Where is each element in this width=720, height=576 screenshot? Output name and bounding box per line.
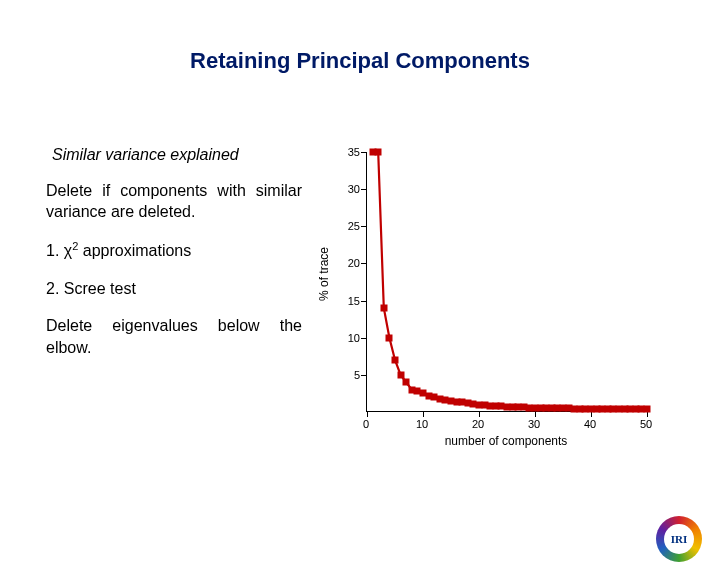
- x-tick-label: 20: [472, 418, 484, 430]
- x-axis-label: number of components: [366, 434, 646, 448]
- plot-area: [366, 152, 646, 412]
- x-tick: [367, 411, 368, 417]
- paragraph-1: Delete if components with similar varian…: [46, 180, 302, 223]
- item1-prefix: 1. χ: [46, 242, 72, 259]
- y-tick-label: 5: [338, 369, 360, 381]
- y-tick-label: 35: [338, 146, 360, 158]
- y-tick: [361, 263, 367, 264]
- y-tick: [361, 301, 367, 302]
- y-tick: [361, 189, 367, 190]
- text-column: Similar variance explained Delete if com…: [46, 144, 302, 454]
- slide: Retaining Principal Components Similar v…: [0, 0, 720, 576]
- scree-chart: % of trace number of components 51015202…: [326, 144, 661, 454]
- logo: IRI: [656, 516, 702, 562]
- data-point: [403, 379, 410, 386]
- data-point: [380, 305, 387, 312]
- x-tick: [423, 411, 424, 417]
- x-tick-label: 40: [584, 418, 596, 430]
- data-point: [375, 149, 382, 156]
- x-tick-label: 0: [363, 418, 369, 430]
- data-point: [386, 334, 393, 341]
- logo-ring-icon: IRI: [656, 516, 702, 562]
- y-tick: [361, 375, 367, 376]
- data-point: [644, 406, 651, 413]
- paragraph-2: Delete eigenvalues below the elbow.: [46, 315, 302, 358]
- x-tick: [535, 411, 536, 417]
- y-tick: [361, 152, 367, 153]
- chart-column: % of trace number of components 51015202…: [320, 144, 674, 454]
- x-tick-label: 30: [528, 418, 540, 430]
- y-tick-label: 15: [338, 295, 360, 307]
- y-tick: [361, 338, 367, 339]
- content-row: Similar variance explained Delete if com…: [46, 144, 674, 454]
- x-tick-label: 50: [640, 418, 652, 430]
- y-tick-label: 20: [338, 257, 360, 269]
- y-tick: [361, 226, 367, 227]
- data-point: [392, 357, 399, 364]
- y-tick-label: 30: [338, 183, 360, 195]
- x-tick: [479, 411, 480, 417]
- y-tick-label: 25: [338, 220, 360, 232]
- list-item-2: 2. Scree test: [46, 278, 302, 300]
- slide-title: Retaining Principal Components: [46, 48, 674, 74]
- series-line: [367, 152, 647, 412]
- y-tick-label: 10: [338, 332, 360, 344]
- subtitle: Similar variance explained: [52, 144, 302, 166]
- x-tick-label: 10: [416, 418, 428, 430]
- list-item-1: 1. χ2 approximations: [46, 239, 302, 262]
- logo-text: IRI: [664, 524, 694, 554]
- y-axis-label: % of trace: [317, 247, 331, 301]
- data-point: [397, 371, 404, 378]
- item1-suffix: approximations: [78, 242, 191, 259]
